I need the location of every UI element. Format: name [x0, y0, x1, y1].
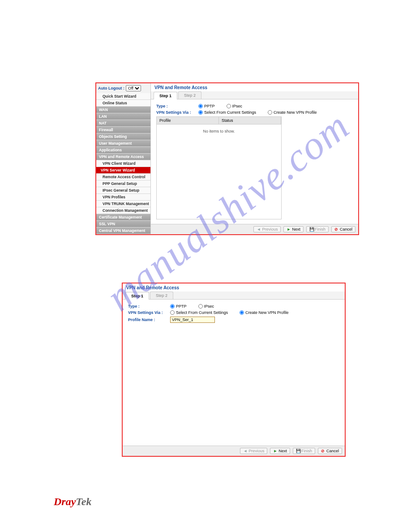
col-status: Status [219, 117, 281, 124]
tab-step-2-b[interactable]: Step 2 [150, 292, 173, 299]
radio-pptp-label-2: PPTP [176, 304, 187, 309]
auto-logout-select[interactable]: Off [126, 85, 141, 91]
arrow-right-icon: ► [273, 449, 278, 453]
nav-item-applications[interactable]: Applications [96, 147, 150, 154]
radio-ipsec-label: IPsec [232, 104, 243, 108]
logo-red: Dray [54, 496, 76, 507]
panel-title-2: VPN and Remote Access [123, 283, 345, 292]
save-icon: 💾 [309, 227, 314, 232]
radio-select-current-input[interactable] [198, 110, 203, 115]
radio-select-current-input-2[interactable] [170, 310, 175, 315]
nav-item-ssl-vpn[interactable]: SSL VPN [96, 221, 150, 227]
finish-button-2: 💾Finish [293, 448, 315, 454]
radio-ipsec-input[interactable] [227, 104, 231, 108]
radio-pptp-input-2[interactable] [170, 304, 175, 309]
next-button[interactable]: ►Next [283, 226, 304, 232]
radio-ipsec-2[interactable]: IPsec [198, 304, 214, 309]
arrow-left-icon: ◄ [243, 449, 248, 453]
panel-title: VPN and Remote Access [151, 83, 358, 91]
radio-create-new-2[interactable]: Create New VPN Profile [240, 310, 289, 315]
radio-pptp-2[interactable]: PPTP [170, 304, 187, 309]
tabs: Step 1 Step 2 [151, 91, 358, 99]
col-profile: Profile [157, 117, 219, 124]
nav-item-ipsec-general-setup[interactable]: IPsec General Setup [96, 187, 150, 194]
profile-name-label: Profile Name : [128, 317, 167, 322]
nav-item-certificate-management[interactable]: Certificate Management [96, 214, 150, 221]
nav-item-vpn-trunk-management[interactable]: VPN TRUNK Management [96, 201, 150, 207]
nav-item-remote-access-control[interactable]: Remote Access Control [96, 174, 150, 180]
radio-select-current[interactable]: Select From Current Settings [198, 110, 256, 115]
nav-item-wan[interactable]: WAN [96, 107, 150, 113]
main-panel-1: VPN and Remote Access Step 1 Step 2 Type… [151, 83, 358, 234]
tab-step-2[interactable]: Step 2 [178, 91, 201, 99]
nav-item-vpn-client-wizard[interactable]: VPN Client Wizard [96, 160, 150, 167]
nav-item-objects-setting[interactable]: Objects Setting [96, 133, 150, 140]
type-label-2: Type : [128, 304, 167, 309]
via-label-2: VPN Settings Via : [128, 310, 167, 315]
radio-create-new-input-2[interactable] [240, 310, 244, 315]
sidebar: Auto Logout : Off Quick Start WizardOnli… [96, 83, 151, 234]
cancel-button-2[interactable]: ⊘Cancel [318, 448, 342, 454]
radio-create-new-input[interactable] [268, 110, 272, 115]
nav-item-online-status[interactable]: Online Status [96, 100, 150, 107]
cancel-button[interactable]: ⊘Cancel [331, 226, 355, 232]
next-button-2[interactable]: ►Next [270, 448, 290, 454]
radio-ipsec-input-2[interactable] [198, 304, 203, 309]
save-icon: 💾 [296, 449, 300, 453]
radio-pptp-input[interactable] [198, 104, 203, 108]
radio-create-new-label: Create New VPN Profile [274, 110, 317, 115]
arrow-left-icon: ◄ [257, 227, 261, 232]
footer-bar-1: ◄Previous ►Next 💾Finish ⊘Cancel [151, 224, 358, 234]
table-empty-text: No items to show. [157, 124, 281, 133]
via-label: VPN Settings Via : [156, 110, 195, 115]
screenshot-2: VPN and Remote Access Step 1 Step 2 Type… [122, 283, 346, 457]
nav-item-vpn-and-remote-access[interactable]: VPN and Remote Access [96, 154, 150, 160]
radio-ipsec[interactable]: IPsec [227, 104, 243, 108]
radio-create-new-label-2: Create New VPN Profile [245, 310, 289, 315]
radio-select-current-label-2: Select From Current Settings [176, 310, 228, 315]
tab-step-1[interactable]: Step 1 [154, 92, 177, 99]
arrow-right-icon: ► [287, 227, 291, 232]
tab-step-1-b[interactable]: Step 1 [125, 292, 149, 300]
nav-item-central-vpn-management[interactable]: Central VPN Management [96, 227, 150, 234]
radio-pptp-label: PPTP [204, 104, 215, 108]
tabs-2: Step 1 Step 2 [123, 292, 345, 300]
nav-item-quick-start-wizard[interactable]: Quick Start Wizard [96, 93, 150, 100]
finish-button: 💾Finish [306, 226, 329, 232]
nav-item-firewall[interactable]: Firewall [96, 127, 150, 133]
radio-select-current-label: Select From Current Settings [204, 110, 256, 115]
nav-item-vpn-server-wizard[interactable]: VPN Server Wizard [96, 167, 150, 174]
radio-ipsec-label-2: IPsec [204, 304, 214, 309]
content-area-1: Type : PPTP IPsec VPN Settings Via : Sel… [151, 99, 358, 224]
screenshot-1: Auto Logout : Off Quick Start WizardOnli… [95, 82, 359, 235]
profile-name-input[interactable] [170, 317, 215, 323]
cancel-icon: ⊘ [321, 449, 325, 453]
nav-item-ppp-general-setup[interactable]: PPP General Setup [96, 180, 150, 187]
radio-create-new[interactable]: Create New VPN Profile [268, 110, 317, 115]
nav-item-vpn-profiles[interactable]: VPN Profiles [96, 194, 150, 201]
cancel-icon: ⊘ [334, 227, 339, 232]
type-label: Type : [156, 104, 195, 108]
table-header: Profile Status [157, 117, 281, 124]
nav-item-nat[interactable]: NAT [96, 120, 150, 127]
nav-item-user-management[interactable]: User Management [96, 140, 150, 147]
nav-item-connection-management[interactable]: Connection Management [96, 207, 150, 214]
content-area-2: Type : PPTP IPsec VPN Settings Via : Sel… [123, 300, 345, 446]
radio-select-current-2[interactable]: Select From Current Settings [170, 310, 228, 315]
radio-pptp[interactable]: PPTP [198, 104, 215, 108]
profile-table: Profile Status No items to show. [156, 116, 282, 219]
footer-bar-2: ◄Previous ►Next 💾Finish ⊘Cancel [123, 446, 345, 456]
draytek-logo: DrayTek [54, 496, 91, 508]
previous-button-2: ◄Previous [240, 448, 267, 454]
auto-logout-label: Auto Logout : [98, 86, 124, 90]
previous-button: ◄Previous [253, 226, 281, 232]
nav-item-lan[interactable]: LAN [96, 113, 150, 120]
auto-logout: Auto Logout : Off [96, 83, 150, 93]
logo-gray: Tek [76, 496, 91, 507]
